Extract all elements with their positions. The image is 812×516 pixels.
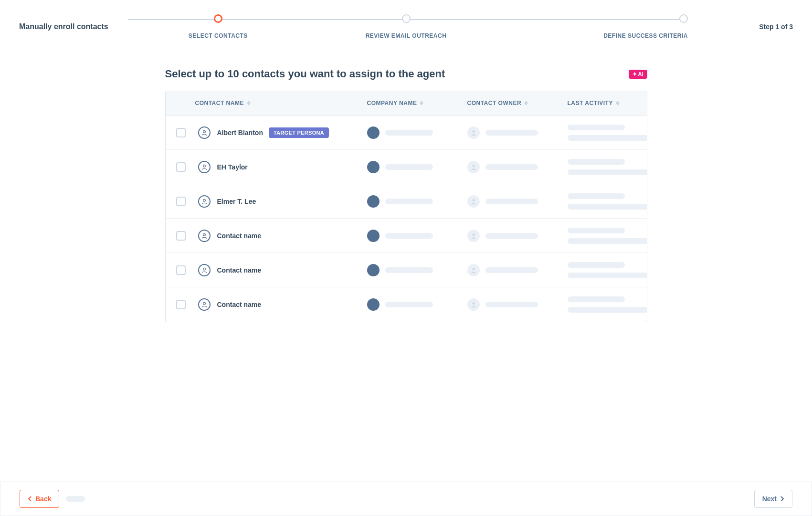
contacts-table: CONTACT NAME COMPANY NAME CONTACT OWNER: [165, 91, 647, 322]
last-activity-placeholder: [568, 228, 625, 233]
row-checkbox[interactable]: [176, 231, 186, 241]
column-checkbox: [176, 100, 195, 106]
company-avatar-icon: [367, 298, 380, 311]
table-row[interactable]: Albert BlantonTARGET PERSONA: [166, 116, 647, 150]
column-label: CONTACT OWNER: [467, 100, 522, 106]
company-avatar-icon: [367, 195, 380, 208]
ai-badge[interactable]: ✦ AI: [629, 70, 647, 79]
column-company-name[interactable]: COMPANY NAME: [367, 100, 467, 106]
last-activity-placeholder: [568, 238, 647, 244]
person-icon: [198, 264, 211, 276]
sort-icon: [247, 101, 251, 105]
person-icon: [198, 161, 211, 173]
company-name-placeholder: [385, 164, 433, 170]
last-activity-placeholder: [568, 193, 625, 199]
main-content: Select up to 10 contacts you want to ass…: [156, 68, 657, 322]
owner-avatar-icon: [467, 298, 480, 311]
step-label: REVIEW EMAIL OUTREACH: [366, 32, 447, 39]
table-row[interactable]: EH Taylor: [166, 150, 647, 184]
svg-point-2: [203, 165, 205, 167]
step-review-email-outreach[interactable]: REVIEW EMAIL OUTREACH: [312, 14, 500, 39]
person-icon: [198, 195, 211, 208]
sort-icon: [524, 101, 528, 105]
last-activity-placeholder: [568, 135, 647, 141]
table-row[interactable]: Contact name: [166, 219, 647, 253]
company-name-placeholder: [385, 130, 433, 136]
row-checkbox[interactable]: [176, 162, 186, 172]
svg-point-10: [203, 302, 205, 305]
last-activity-placeholder: [568, 296, 625, 302]
contact-owner-placeholder: [485, 164, 538, 170]
page-title: Manually enroll contacts: [19, 22, 108, 31]
company-avatar-icon: [367, 264, 380, 276]
company-name-placeholder: [385, 199, 433, 204]
step-define-success-criteria[interactable]: DEFINE SUCCESS CRITERIA: [500, 14, 688, 39]
owner-avatar-icon: [467, 264, 480, 276]
row-checkbox[interactable]: [176, 128, 186, 137]
owner-avatar-icon: [467, 230, 480, 242]
table-row[interactable]: Contact name: [166, 253, 647, 287]
step-select-contacts[interactable]: SELECT CONTACTS: [124, 14, 312, 39]
company-name-placeholder: [385, 233, 433, 239]
contact-owner-placeholder: [485, 130, 538, 136]
content-header: Select up to 10 contacts you want to ass…: [165, 68, 647, 80]
last-activity-placeholder: [568, 204, 647, 210]
contact-owner-placeholder: [485, 233, 538, 239]
step-label: SELECT CONTACTS: [189, 32, 248, 39]
svg-point-6: [203, 233, 205, 236]
contact-name: Elmer T. Lee: [217, 198, 256, 205]
row-checkbox[interactable]: [176, 265, 186, 275]
contact-owner-placeholder: [485, 302, 538, 307]
column-last-activity[interactable]: LAST ACTIVITY: [568, 100, 636, 106]
company-avatar-icon: [367, 161, 380, 173]
wizard-stepper: SELECT CONTACTS REVIEW EMAIL OUTREACH DE…: [124, 14, 688, 39]
contact-name: Albert Blanton: [217, 129, 263, 137]
row-checkbox[interactable]: [176, 300, 186, 309]
contact-name: Contact name: [217, 301, 262, 308]
step-label: DEFINE SUCCESS CRITERIA: [603, 32, 688, 39]
svg-point-7: [472, 233, 475, 236]
sort-icon: [616, 101, 620, 105]
person-icon: [198, 126, 211, 139]
sparkle-icon: ✦: [633, 71, 637, 77]
row-checkbox[interactable]: [176, 197, 186, 206]
svg-point-0: [203, 130, 205, 133]
contact-owner-placeholder: [485, 199, 538, 204]
company-name-placeholder: [385, 267, 433, 273]
last-activity-placeholder: [568, 273, 647, 278]
ai-badge-label: AI: [638, 71, 643, 77]
table-header: CONTACT NAME COMPANY NAME CONTACT OWNER: [166, 91, 647, 116]
column-label: COMPANY NAME: [367, 100, 417, 106]
column-contact-owner[interactable]: CONTACT OWNER: [467, 100, 568, 106]
contact-name: Contact name: [217, 266, 262, 274]
owner-avatar-icon: [467, 126, 480, 139]
last-activity-placeholder: [568, 159, 625, 165]
svg-point-8: [203, 268, 205, 270]
table-row[interactable]: Elmer T. Lee: [166, 184, 647, 219]
svg-point-1: [472, 130, 475, 133]
table-row[interactable]: Contact name: [166, 287, 647, 322]
company-name-placeholder: [385, 302, 433, 307]
sort-icon: [420, 101, 423, 105]
last-activity-placeholder: [568, 262, 625, 268]
person-icon: [198, 298, 211, 311]
owner-avatar-icon: [467, 195, 480, 208]
contact-name: EH Taylor: [217, 163, 248, 171]
last-activity-placeholder: [568, 307, 647, 313]
content-title: Select up to 10 contacts you want to ass…: [165, 68, 445, 80]
last-activity-placeholder: [568, 169, 647, 175]
step-circle-icon: [214, 14, 222, 23]
topbar: Manually enroll contacts SELECT CONTACTS…: [0, 0, 812, 44]
svg-point-11: [472, 302, 475, 305]
svg-point-9: [472, 268, 475, 270]
last-activity-placeholder: [568, 125, 625, 130]
column-label: CONTACT NAME: [195, 100, 244, 106]
column-contact-name[interactable]: CONTACT NAME: [195, 100, 367, 106]
step-circle-icon: [402, 14, 411, 23]
contact-owner-placeholder: [485, 267, 538, 273]
company-avatar-icon: [367, 126, 380, 139]
owner-avatar-icon: [467, 161, 480, 173]
svg-point-3: [472, 165, 475, 167]
contact-name: Contact name: [217, 232, 262, 240]
column-label: LAST ACTIVITY: [568, 100, 613, 106]
